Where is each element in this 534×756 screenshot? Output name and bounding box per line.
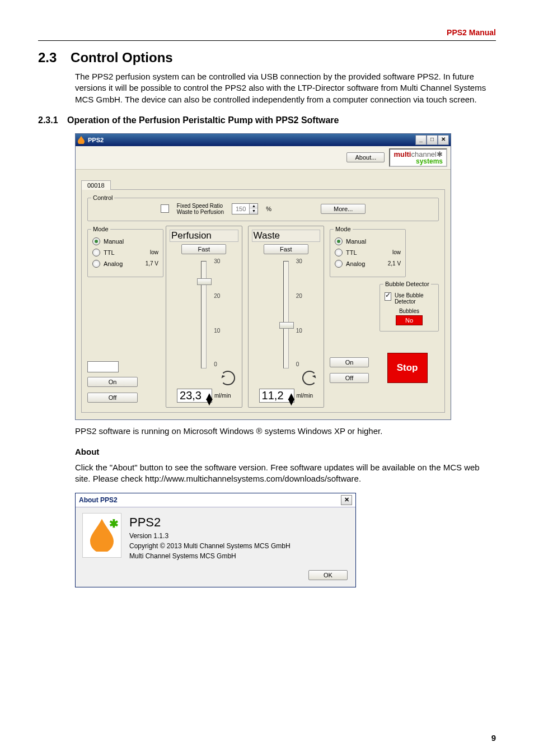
running-head: PPS2 Manual [38,28,496,37]
about-window: About PPS2 ✕ ✱ PPS2 Version 1.1.3 Copyri… [75,493,356,587]
window-title: PPS2 [88,137,104,143]
radio-icon[interactable] [335,260,343,268]
fixed-speed-label-1: Fixed Speed Ratio [177,203,224,209]
off-right-button[interactable]: Off [330,373,369,383]
slider-thumb[interactable] [279,322,294,329]
radio-icon[interactable] [335,237,343,245]
radio-icon[interactable] [92,237,100,245]
bubble-detector-group: Bubble Detector Use Bubble Detector Bubb… [380,284,439,332]
perfusion-fast-button[interactable]: Fast [181,244,226,254]
minimize-icon[interactable]: _ [415,135,427,145]
mode-right-group: Mode Manual TTL low [330,229,406,277]
radio-value: 2,1 V [388,260,401,267]
use-bubble-checkbox[interactable] [385,292,391,301]
radio-label: Analog [346,260,365,267]
about-paragraph: Click the "About" button to see the soft… [75,462,496,485]
section-heading: 2.3 Control Options [38,50,496,66]
ok-button[interactable]: OK [308,570,348,580]
logo: multichannel✱ systems [389,148,447,167]
waste-flow-unit: ml/min [297,393,313,399]
spinner-down-icon[interactable]: ▼ [204,395,210,401]
about-version: Version 1.1.3 [129,532,291,540]
mode-right-legend: Mode [334,226,353,232]
rotation-ccw-icon [302,371,317,385]
tick-20: 20 [214,293,220,299]
left-textbox[interactable] [87,361,119,372]
radio-label: Manual [346,238,366,245]
radio-label: Manual [104,238,124,245]
control-legend: Control [91,194,114,201]
radio-icon[interactable] [92,260,100,268]
bubble-status: No [396,315,423,325]
close-icon[interactable]: ✕ [341,495,352,505]
control-group: Control Fixed Speed Ratio Waste to Perfu… [87,198,439,221]
pps2-window: PPS2 _ □ ✕ About... multichannel✱ system… [75,133,451,420]
radio-icon[interactable] [92,249,100,256]
mode-left-group: Mode Manual TTL low [87,229,163,277]
radio-icon[interactable] [335,249,343,256]
slider-thumb[interactable] [197,278,212,285]
off-left-button[interactable]: Off [87,393,138,403]
maximize-icon[interactable]: □ [427,135,438,145]
tick-10: 10 [214,328,220,334]
radio-label: Analog [104,260,123,267]
perfusion-slider[interactable]: 30 20 10 0 [170,256,238,368]
mode-right-manual[interactable]: Manual [335,237,401,245]
app-icon [78,136,85,144]
about-heading: About [75,447,496,456]
subsection-heading: 2.3.1 Operation of the Perfusion Perista… [38,115,496,125]
waste-slider[interactable]: 30 20 10 0 [252,256,321,368]
spinner-up-icon[interactable]: ▲ [286,390,293,395]
header-rule [38,40,496,41]
close-icon[interactable]: ✕ [438,135,449,145]
ratio-value: 150 [232,206,249,212]
about-company: Multi Channel Systems MCS GmbH [129,552,291,560]
waste-fast-button[interactable]: Fast [264,244,308,254]
perfusion-flow-spinner[interactable]: 23,3 ▲ ▼ [177,389,212,403]
on-right-button[interactable]: On [330,357,369,367]
caption-1: PPS2 software is running on Microsoft Wi… [75,426,496,437]
bubble-legend: Bubble Detector [383,281,431,287]
about-titlebar[interactable]: About PPS2 ✕ [76,493,355,507]
perfusion-title: Perfusion [170,230,238,242]
subsection-number: 2.3.1 [38,115,58,125]
section-number: 2.3 [38,50,57,65]
tab-device[interactable]: 00018 [81,180,111,190]
logo-text-3: systems [394,158,443,165]
mode-left-manual[interactable]: Manual [92,237,158,245]
ratio-unit: % [266,206,271,212]
mode-right-analog[interactable]: Analog 2,1 V [335,260,401,268]
waste-flow-spinner[interactable]: 11,2 ▲ ▼ [259,389,294,403]
section-title: Control Options [71,50,173,65]
ratio-spinner[interactable]: 150 ▲▼ [232,203,258,214]
waste-title: Waste [252,230,321,242]
perfusion-flow-value: 23,3 [180,389,202,402]
spinner-up-icon[interactable]: ▲ [204,390,210,395]
mode-left-ttl[interactable]: TTL low [92,249,158,256]
page-number: 9 [38,733,496,743]
on-left-button[interactable]: On [87,377,138,387]
mode-right-ttl[interactable]: TTL low [335,249,401,256]
mode-left-analog[interactable]: Analog 1,7 V [92,260,158,268]
bubbles-label: Bubbles [385,308,434,314]
radio-value: low [150,249,158,255]
intro-paragraph: The PPS2 perfusion system can be control… [75,71,496,105]
about-window-title: About PPS2 [79,496,118,504]
more-button[interactable]: More... [321,204,366,214]
fixed-speed-checkbox[interactable] [161,204,169,213]
titlebar[interactable]: PPS2 _ □ ✕ [76,134,451,146]
spinner-down-icon[interactable]: ▼ [249,209,257,214]
rotation-cw-icon [221,371,235,385]
stop-button[interactable]: Stop [387,353,428,383]
about-button[interactable]: About... [346,152,385,162]
about-product-name: PPS2 [129,515,291,530]
perfusion-flow-unit: ml/min [214,393,231,399]
about-app-icon: ✱ [82,513,121,558]
spinner-down-icon[interactable]: ▼ [286,395,293,401]
spinner-up-icon[interactable]: ▲ [249,204,257,209]
radio-value: 1,7 V [146,260,158,267]
mode-left-legend: Mode [91,226,110,232]
waste-column: Waste Fast 30 20 10 0 [248,226,325,408]
logo-text-1: multi [394,150,411,158]
radio-label: TTL [104,249,115,256]
